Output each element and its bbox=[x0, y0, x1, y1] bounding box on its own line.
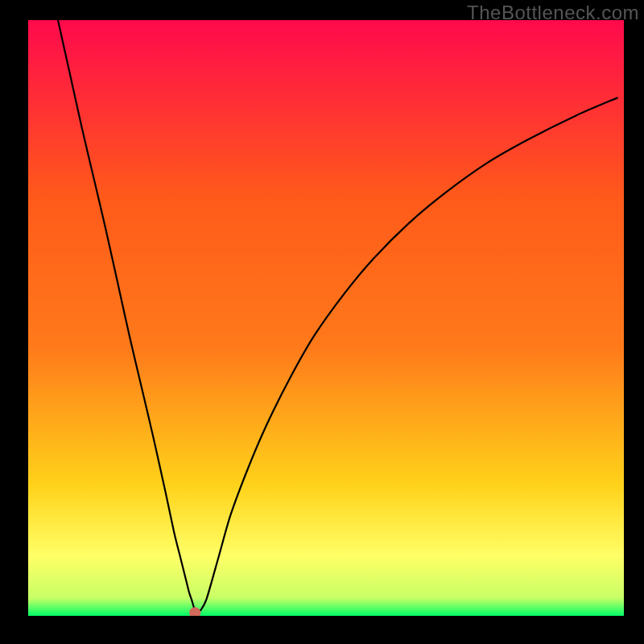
chart-svg bbox=[28, 20, 624, 616]
plot-area bbox=[28, 20, 624, 616]
watermark-text: TheBottleneck.com bbox=[467, 2, 639, 24]
chart-frame: TheBottleneck.com bbox=[0, 0, 644, 644]
